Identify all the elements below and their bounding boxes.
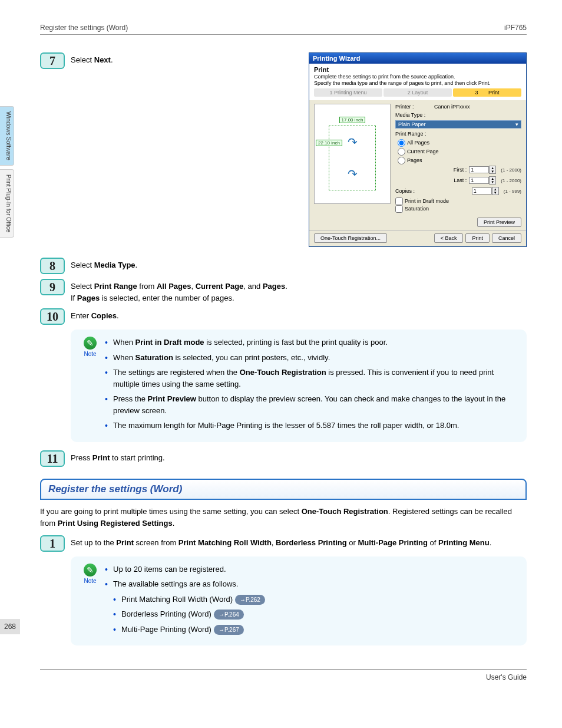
- t: Saturation: [135, 353, 173, 362]
- chevron-down-icon: ▾: [515, 121, 518, 127]
- page-ref-262[interactable]: →P.262: [235, 595, 265, 605]
- dialog-title: Printing Wizard: [309, 53, 526, 64]
- t: All Pages: [407, 140, 429, 146]
- t: .: [135, 261, 138, 269]
- side-tab-print-plugin[interactable]: Print Plug-In for Office: [0, 169, 14, 238]
- dialog-sub2: Specify the media type and the range of …: [314, 80, 521, 86]
- step-1-text: Set up to the Print screen from Print Ma…: [71, 535, 527, 549]
- print-button[interactable]: Print: [465, 233, 490, 243]
- t: Print: [116, 538, 134, 547]
- t: Press: [71, 453, 92, 462]
- t: of: [428, 538, 438, 547]
- last-label: Last :: [454, 177, 467, 183]
- t: Borderless Printing (Word): [121, 610, 211, 618]
- section-heading: Register the settings (Word): [40, 479, 527, 500]
- t: The settings are registered when the: [113, 368, 240, 377]
- cancel-button[interactable]: Cancel: [492, 233, 521, 243]
- section-intro: If you are going to print multiple times…: [40, 506, 527, 529]
- t: When: [113, 338, 135, 347]
- radio-all-pages[interactable]: All Pages: [398, 139, 521, 147]
- t: Saturation: [405, 206, 429, 212]
- footer-text: User's Guide: [40, 669, 527, 681]
- page-preview: 17.00 inch 22.10 inch ↷ ↷: [314, 104, 391, 204]
- t: .: [117, 311, 119, 320]
- print-preview-button[interactable]: Print Preview: [477, 218, 521, 227]
- step-8-marker: 8: [40, 258, 65, 274]
- copies-label: Copies :: [395, 188, 432, 194]
- page-icon-1: ↷: [348, 135, 358, 149]
- t: Print: [92, 453, 110, 462]
- t: The available settings are as follows.: [113, 579, 238, 588]
- note1-item-4: Press the Print Preview button to displa…: [105, 393, 517, 416]
- side-tab-windows-software[interactable]: Windows Software: [0, 106, 14, 166]
- last-range: (1 - 2000): [501, 178, 521, 183]
- t: screen from: [134, 538, 178, 547]
- t: Press the: [113, 394, 148, 403]
- t: Media Type: [94, 261, 135, 269]
- step-7-text: Select Next.: [71, 52, 264, 66]
- dim-height: 22.10 inch: [316, 140, 342, 146]
- step-9-text: Select Print Range from All Pages, Curre…: [71, 279, 527, 304]
- note1-item-1: When Print in Draft mode is selected, pr…: [105, 337, 517, 348]
- t: Plain Paper: [398, 121, 426, 127]
- t: .: [111, 55, 113, 64]
- t: .: [490, 538, 492, 547]
- step-7-marker: 7: [40, 52, 65, 69]
- radio-current-page[interactable]: Current Page: [398, 148, 521, 156]
- t: Current Page: [196, 282, 244, 291]
- t: Enter: [71, 311, 91, 320]
- radio-pages[interactable]: Pages: [398, 157, 521, 164]
- t: , and: [243, 282, 263, 291]
- dialog-sub1: Complete these settings to print from th…: [314, 74, 521, 80]
- note-icon: ✎: [84, 337, 97, 350]
- checkbox-draft[interactable]: Print in Draft mode: [395, 198, 449, 204]
- t: or: [347, 538, 358, 547]
- step-9-marker: 9: [40, 279, 65, 295]
- t: Next: [94, 55, 111, 64]
- t: Set up to the: [71, 538, 116, 547]
- media-label: Media Type :: [395, 112, 432, 118]
- t: Print: [488, 90, 500, 95]
- media-type-select[interactable]: Plain Paper▾: [395, 120, 521, 129]
- t: .: [173, 519, 175, 528]
- t: is selected, printing is fast but the pr…: [204, 338, 388, 347]
- t: Select: [71, 55, 94, 64]
- note-label: Note: [80, 578, 100, 584]
- page-number: 268: [0, 619, 20, 634]
- note-label: Note: [80, 351, 100, 357]
- note2-sub-1: Print Matching Roll Width (Word)→P.262: [113, 594, 517, 605]
- first-spinner[interactable]: ▲▼: [469, 166, 496, 174]
- printer-label: Printer :: [395, 104, 432, 110]
- back-button[interactable]: < Back: [434, 233, 464, 243]
- header-right: iPF765: [504, 24, 527, 32]
- t: Printing Menu: [438, 538, 490, 547]
- t: Print in Draft mode: [405, 198, 449, 204]
- copies-range: (1 - 999): [504, 189, 521, 194]
- one-touch-registration-button[interactable]: One-Touch Registration...: [314, 233, 387, 243]
- note1-item-2: When Saturation is selected, you can pri…: [105, 352, 517, 364]
- first-range: (1 - 2000): [501, 167, 521, 173]
- last-spinner[interactable]: ▲▼: [469, 176, 496, 185]
- printing-wizard-dialog: Printing Wizard Print Complete these set…: [309, 52, 527, 247]
- note2-item-2: The available settings are as follows. P…: [105, 578, 517, 635]
- step-11-marker: 11: [40, 450, 65, 467]
- t: One-Touch Registration: [302, 507, 388, 516]
- step-10-marker: 10: [40, 308, 65, 325]
- t: ,: [272, 538, 276, 547]
- t: Print Matching Roll Width (Word): [121, 595, 233, 604]
- page-ref-264[interactable]: →P.264: [214, 610, 244, 620]
- copies-spinner[interactable]: ▲▼: [472, 187, 499, 195]
- step-1-marker: 1: [40, 535, 65, 552]
- page-ref-267[interactable]: →P.267: [214, 625, 244, 635]
- t: If: [71, 294, 77, 302]
- checkbox-saturation[interactable]: Saturation: [395, 206, 429, 212]
- t: Copies: [91, 311, 117, 320]
- header-left: Register the settings (Word): [40, 24, 128, 32]
- note1-item-3: The settings are registered when the One…: [105, 367, 517, 390]
- t: Print Using Registered Settings: [58, 519, 173, 528]
- t: When: [113, 353, 135, 362]
- t: Select: [71, 282, 94, 291]
- wizard-tab-3: 3 Print: [453, 88, 521, 97]
- t: Print in Draft mode: [135, 338, 204, 347]
- dialog-heading: Print: [314, 66, 521, 73]
